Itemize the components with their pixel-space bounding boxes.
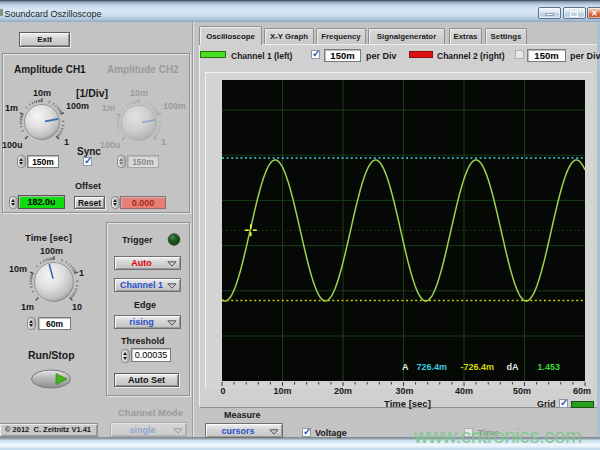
svg-text:-726.4m: -726.4m [461,362,495,372]
svg-text:A: A [402,362,409,372]
svg-text:726.4m: 726.4m [417,362,448,372]
svg-text:dA: dA [506,362,518,372]
svg-text:1.453: 1.453 [538,362,561,372]
